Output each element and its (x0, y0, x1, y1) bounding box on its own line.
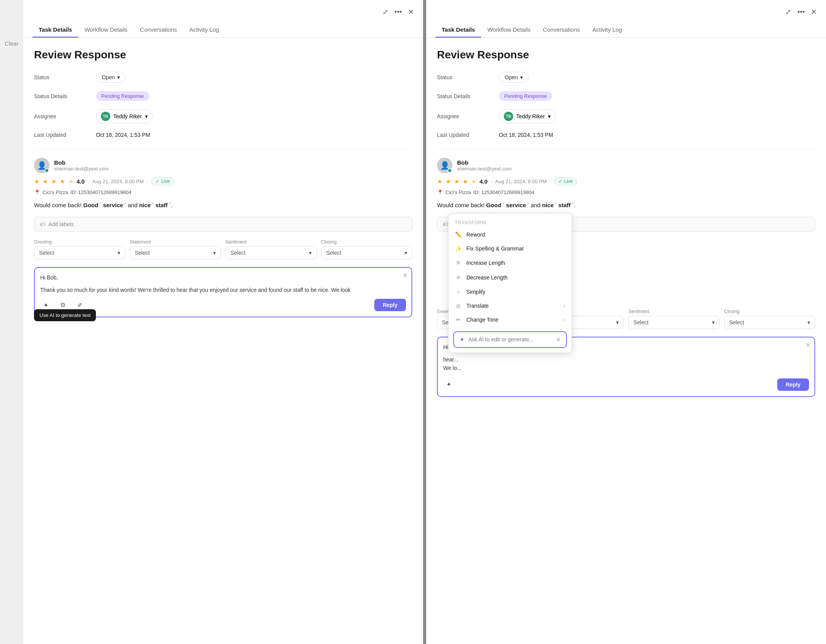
tab-workflow-details[interactable]: Workflow Details (78, 22, 133, 37)
badge-dot (447, 168, 452, 173)
status-details-label: Status Details (437, 93, 499, 99)
ai-input[interactable] (468, 336, 552, 342)
simplify-icon: ○ (455, 289, 462, 295)
live-badge: ✓ Live (151, 177, 174, 186)
tab-activity-log[interactable]: Activity Log (586, 22, 628, 37)
tab-workflow-details[interactable]: Workflow Details (481, 22, 536, 37)
page-title: Review Response (437, 49, 815, 61)
reply-button[interactable]: Reply (777, 378, 809, 391)
review-section: 👤 Bob sherman-test@yext.com ★ ★ ★ ★ ★ 4.… (34, 150, 412, 321)
transform-simplify[interactable]: ○ Simplify (449, 285, 572, 299)
statement-select[interactable]: Select ▾ (130, 246, 221, 259)
status-label: Status (437, 74, 499, 80)
transform-change-tone[interactable]: ✏ Change Tone › (449, 313, 572, 327)
last-updated-value: Oct 18, 2024, 1:53 PM (96, 132, 150, 138)
assignee-name: Teddy Riker (516, 113, 545, 119)
reviewer-avatar: 👤 (437, 158, 452, 173)
chevron-down-icon: ▾ (807, 319, 810, 325)
ai-input-close[interactable]: ✕ (556, 336, 561, 343)
ai-star-icon: ✦ (459, 336, 464, 343)
more-icon[interactable]: ••• (394, 8, 402, 16)
reply-actions: ✦ Reply (443, 378, 809, 391)
assignee-button[interactable]: TR Teddy Riker ▾ (96, 109, 153, 123)
transform-fix-spelling[interactable]: ✨ Fix Spelling & Grammar (449, 242, 572, 256)
closing-label: Closing (724, 309, 816, 314)
transform-reword[interactable]: ✏️ Reword (449, 228, 572, 242)
ai-input-row: ✦ ✕ (453, 331, 567, 348)
assignee-button[interactable]: TR Teddy Riker ▾ (499, 109, 556, 123)
status-details-row: Status Details Pending Response (34, 91, 412, 101)
decrease-length-label: Decrease Length (466, 274, 508, 281)
selects-row: Greeting Select ▾ Statement Select ▾ (34, 239, 412, 259)
tab-task-details[interactable]: Task Details (435, 22, 481, 37)
star-2: ★ (43, 178, 48, 185)
reply-body-r: hear...We lo...Busir... (443, 355, 809, 374)
transform-increase-length[interactable]: ≡ Increase Length (449, 256, 572, 270)
link-icon-3: ↗ (151, 201, 154, 206)
word-service: service (103, 202, 123, 208)
chevron-down-icon: ▾ (117, 74, 120, 80)
reply-box-close[interactable]: ✕ (806, 341, 811, 349)
star-3: ★ (454, 178, 459, 185)
left-tabs: Task Details Workflow Details Conversati… (23, 22, 423, 38)
expand-icon[interactable]: ⤢ (382, 8, 388, 16)
sentiment-label: Sentiment (628, 309, 720, 314)
sentiment-select[interactable]: Select ▾ (628, 316, 720, 329)
closing-group: Closing Select ▾ (724, 309, 816, 329)
sentiment-select[interactable]: Select ▾ (225, 246, 317, 259)
increase-length-label: Increase Length (466, 260, 505, 266)
reply-actions: ✦ ⧉ ✐ Reply (40, 299, 406, 311)
chevron-down-icon: ▾ (213, 250, 216, 256)
transform-translate[interactable]: ◎ Translate › (449, 299, 572, 313)
star-5: ★ (68, 178, 73, 185)
greeting-group: Greeting Select ▾ (34, 239, 125, 259)
reviewer-email: sherman-test@yext.com (457, 166, 512, 172)
edit-icon[interactable]: ✐ (74, 300, 85, 310)
label-icon: 🏷 (40, 221, 45, 227)
add-labels-button[interactable]: 🏷 Add labels (34, 217, 412, 232)
reply-button[interactable]: Reply (374, 299, 406, 311)
closing-select[interactable]: Select ▾ (724, 316, 816, 329)
status-label: Status (34, 74, 96, 80)
increase-length-icon: ≡ (455, 259, 462, 266)
tab-task-details[interactable]: Task Details (32, 22, 78, 37)
change-tone-icon: ✏ (455, 317, 462, 323)
chevron-down-icon: ▾ (712, 319, 715, 325)
more-icon[interactable]: ••• (797, 8, 805, 16)
status-dropdown[interactable]: Open ▾ (96, 72, 126, 83)
transform-decrease-length[interactable]: ≡ Decrease Length (449, 270, 572, 285)
translate-icon: ◎ (455, 303, 462, 309)
location-icon: 📍 (34, 189, 40, 195)
link-icon-2: ↗ (123, 201, 126, 206)
ai-sparkle-icon[interactable]: ✦ (443, 379, 454, 390)
status-badge: Pending Response (499, 91, 552, 101)
greeting-select[interactable]: Select ▾ (34, 246, 125, 259)
chevron-down-icon: ▾ (118, 250, 120, 256)
left-panel-header: ⤢ ••• ✕ (23, 0, 423, 16)
link-icon-1: ↗ (501, 201, 504, 206)
closing-select[interactable]: Select ▾ (321, 246, 413, 259)
tab-activity-log[interactable]: Activity Log (183, 22, 225, 37)
status-dropdown[interactable]: Open ▾ (499, 72, 529, 83)
add-labels-button[interactable]: 🏷 A Transform ✏️ Reword ✨ Fix Spelling &… (437, 217, 815, 232)
reviewer-name: Bob (54, 159, 109, 166)
close-icon[interactable]: ✕ (811, 8, 817, 16)
right-panel-body: Review Response Status Open ▾ Status Det… (426, 38, 826, 644)
location-row: 📍 Cici's Pizza ID: 1253040712689919804 (34, 189, 412, 195)
link-icon-4: ↗ (168, 201, 171, 206)
avatar: TR (504, 112, 513, 121)
tab-conversations[interactable]: Conversations (537, 22, 586, 37)
expand-icon[interactable]: ⤢ (785, 8, 791, 16)
word-staff: staff (558, 202, 571, 208)
assignee-label: Assignee (34, 113, 96, 119)
left-panel: ⤢ ••• ✕ Task Details Workflow Details Co… (23, 0, 423, 644)
copy-icon[interactable]: ⧉ (57, 300, 68, 310)
word-nice: nice (139, 202, 151, 208)
ai-sparkle-icon[interactable]: ✦ (40, 300, 51, 310)
reword-label: Reword (466, 232, 485, 238)
close-icon[interactable]: ✕ (408, 8, 414, 16)
reply-box-close[interactable]: ✕ (403, 272, 408, 279)
clear-button[interactable]: Clear (2, 39, 22, 48)
location-icon: 📍 (437, 189, 443, 195)
tab-conversations[interactable]: Conversations (134, 22, 183, 37)
